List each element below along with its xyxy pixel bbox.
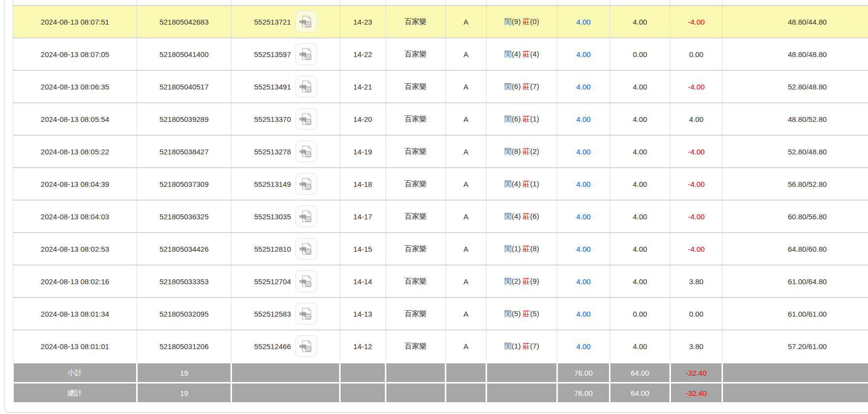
cell-result: 閒(5) 莊(5) bbox=[487, 297, 557, 330]
cell-valid-bet: 4.00 bbox=[610, 330, 670, 363]
cell-bet-amount[interactable]: 4.00 bbox=[557, 233, 610, 265]
video-replay-icon bbox=[299, 306, 314, 321]
cell-win-loss: -4.00 bbox=[670, 135, 723, 168]
table-id: A bbox=[463, 50, 468, 59]
shoe-round: 14-21 bbox=[353, 83, 372, 91]
player-label: 閒 bbox=[504, 309, 512, 318]
footer-valid-total: 64.00 bbox=[610, 363, 670, 383]
cell-order-id: 521805031206 bbox=[137, 330, 231, 363]
bet-amount-link: 4.00 bbox=[576, 148, 590, 156]
cell-win-loss: -4.00 bbox=[670, 70, 723, 103]
cell-shoe-round: 14-23 bbox=[340, 5, 386, 38]
cell-order-id: 521805042683 bbox=[137, 5, 231, 38]
cell-order-id: 521805040517 bbox=[137, 70, 231, 103]
cell-bet-amount[interactable]: 4.00 bbox=[557, 168, 610, 200]
table-row: 2024-08-13 08:01:01521805031206552512466… bbox=[13, 330, 868, 363]
video-replay-button[interactable] bbox=[295, 108, 317, 130]
game-type: 百家樂 bbox=[405, 342, 427, 350]
round-id: 552513278 bbox=[254, 148, 291, 156]
cell-time: 2024-08-13 08:02:53 bbox=[13, 233, 137, 265]
round-id-group: 552512810 bbox=[231, 238, 340, 260]
cell-balance: 48.80/48.80 bbox=[723, 38, 868, 70]
video-replay-button[interactable] bbox=[295, 238, 317, 260]
player-label: 閒 bbox=[504, 342, 512, 350]
video-replay-button[interactable] bbox=[295, 206, 317, 227]
cell-game-type: 百家樂 bbox=[386, 103, 446, 135]
cell-game-type: 百家樂 bbox=[386, 5, 446, 38]
cell-time: 2024-08-13 08:01:34 bbox=[13, 297, 137, 330]
footer-count: 19 bbox=[137, 383, 231, 403]
footer-empty-cell bbox=[487, 383, 557, 403]
video-replay-icon bbox=[299, 79, 314, 94]
cell-bet-amount[interactable]: 4.00 bbox=[557, 330, 610, 363]
game-type: 百家樂 bbox=[405, 17, 427, 26]
cell-table: A bbox=[446, 38, 487, 70]
cell-bet-amount[interactable]: 4.00 bbox=[557, 5, 610, 38]
order-id: 521805039289 bbox=[159, 115, 208, 123]
video-replay-button[interactable] bbox=[295, 173, 317, 195]
video-replay-button[interactable] bbox=[295, 335, 317, 357]
table-row: 2024-08-13 08:04:03521805036325552513035… bbox=[13, 200, 868, 233]
order-id: 521805036325 bbox=[159, 212, 208, 221]
footer-win-loss-total: -32.40 bbox=[670, 383, 723, 403]
cell-order-id: 521805037309 bbox=[137, 168, 231, 200]
table-row-partial bbox=[13, 0, 868, 5]
valid-bet: 4.00 bbox=[633, 212, 647, 221]
cell-bet-amount[interactable]: 4.00 bbox=[557, 135, 610, 168]
video-replay-button[interactable] bbox=[295, 270, 317, 292]
cell-win-loss: -4.00 bbox=[670, 200, 723, 233]
video-replay-button[interactable] bbox=[295, 11, 317, 32]
cell-table: A bbox=[446, 135, 487, 168]
video-replay-button[interactable] bbox=[295, 43, 317, 65]
cell-empty bbox=[231, 0, 340, 5]
bet-amount-link: 4.00 bbox=[576, 277, 590, 286]
game-type: 百家樂 bbox=[405, 115, 427, 123]
cell-order-id: 521805041400 bbox=[137, 38, 231, 70]
video-replay-button[interactable] bbox=[295, 303, 317, 325]
cell-bet-amount[interactable]: 4.00 bbox=[557, 265, 610, 297]
balance-before-after: 57.20/61.00 bbox=[788, 342, 827, 351]
round-id: 552512704 bbox=[254, 277, 291, 286]
table-row: 2024-08-13 08:07:05521805041400552513597… bbox=[13, 38, 868, 70]
bet-time: 2024-08-13 08:04:03 bbox=[41, 212, 109, 221]
cell-game-type: 百家樂 bbox=[386, 297, 446, 330]
cell-win-loss: 4.00 bbox=[670, 103, 723, 135]
cell-time: 2024-08-13 08:05:54 bbox=[13, 103, 137, 135]
round-id-group: 552513149 bbox=[231, 173, 340, 195]
banker-label: 莊 bbox=[523, 147, 530, 155]
video-replay-icon bbox=[299, 144, 314, 159]
table-row: 2024-08-13 08:05:22521805038427552513278… bbox=[13, 135, 868, 168]
balance-before-after: 56.80/52.80 bbox=[788, 180, 827, 188]
cell-balance: 57.20/61.00 bbox=[723, 330, 868, 363]
valid-bet: 4.00 bbox=[633, 342, 647, 351]
table-row: 2024-08-13 08:07:51521805042683552513721… bbox=[13, 5, 868, 38]
bet-time: 2024-08-13 08:04:39 bbox=[41, 180, 109, 188]
banker-label: 莊 bbox=[523, 277, 530, 285]
order-id: 521805031206 bbox=[159, 342, 208, 351]
footer-win-loss-total: -32.40 bbox=[670, 363, 723, 383]
cell-bet-amount[interactable]: 4.00 bbox=[557, 70, 610, 103]
shoe-round: 14-12 bbox=[353, 342, 372, 351]
video-replay-button[interactable] bbox=[295, 76, 317, 97]
cell-result: 閒(2) 莊(9) bbox=[487, 265, 557, 297]
cell-round-id: 552513370 bbox=[231, 103, 340, 135]
banker-label: 莊 bbox=[523, 17, 530, 26]
game-type: 百家樂 bbox=[405, 212, 427, 220]
table-id: A bbox=[463, 115, 468, 123]
bet-time: 2024-08-13 08:07:51 bbox=[41, 18, 109, 26]
banker-score: (1) bbox=[530, 115, 539, 123]
order-id: 521805032095 bbox=[159, 310, 208, 318]
banker-score: (9) bbox=[530, 277, 539, 285]
bet-time: 2024-08-13 08:01:01 bbox=[41, 342, 109, 351]
cell-bet-amount[interactable]: 4.00 bbox=[557, 103, 610, 135]
video-replay-button[interactable] bbox=[295, 141, 317, 162]
player-label: 閒 bbox=[504, 244, 512, 253]
cell-bet-amount[interactable]: 4.00 bbox=[557, 38, 610, 70]
cell-valid-bet: 4.00 bbox=[610, 135, 670, 168]
cell-shoe-round: 14-18 bbox=[340, 168, 386, 200]
cell-bet-amount[interactable]: 4.00 bbox=[557, 297, 610, 330]
cell-time: 2024-08-13 08:01:01 bbox=[13, 330, 137, 363]
cell-round-id: 552513035 bbox=[231, 200, 340, 233]
game-type: 百家樂 bbox=[405, 244, 427, 253]
cell-bet-amount[interactable]: 4.00 bbox=[557, 200, 610, 233]
